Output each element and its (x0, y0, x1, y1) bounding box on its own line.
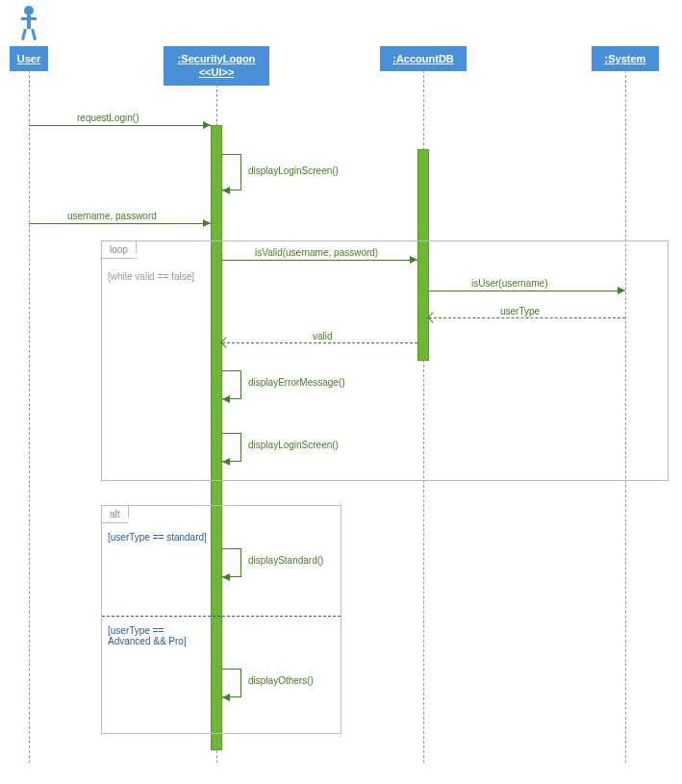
svg-rect-3 (21, 29, 27, 40)
msg-is-user-arrow (618, 287, 625, 294)
account-db-label: :AccountDB (392, 53, 454, 64)
user-label: User (17, 53, 40, 64)
msg-username-password-arrow (203, 219, 211, 227)
system-header: :System (592, 46, 659, 71)
msg-display-standard-label: displayStandard() (248, 555, 323, 566)
msg-display-error-label: displayErrorMessage() (248, 377, 345, 388)
msg-valid-label: valid (313, 331, 333, 341)
msg-display-others-label: displayOthers() (248, 675, 314, 686)
msg-display-login-screen-arrow (222, 187, 230, 194)
msg-display-others-arrow (222, 694, 230, 701)
msg-display-login-screen2-arrow (222, 458, 230, 466)
msg-display-login-screen2-label: displayLoginScreen() (248, 440, 339, 450)
loop-guard: [while valid == false] (108, 271, 194, 282)
security-logon-name: :SecurityLogon (178, 53, 256, 64)
msg-valid-line (222, 342, 417, 343)
msg-display-error-arrow (222, 395, 230, 403)
alt-divider (102, 616, 341, 617)
system-label: :System (605, 53, 646, 64)
msg-is-valid-line (222, 260, 417, 261)
msg-username-password-label: username, password (67, 211, 157, 221)
security-logon-stereo: <<UI>> (199, 66, 235, 78)
loop-fragment-label: loop (102, 241, 137, 259)
msg-is-user-line (429, 291, 625, 291)
alt-guard2: [userType == Advanced && Pro] (108, 625, 204, 646)
user-header: User (10, 46, 48, 71)
msg-is-user-label: isUser(username) (471, 278, 547, 289)
msg-request-login-arrow (203, 121, 211, 129)
user-lifeline (29, 70, 30, 763)
msg-user-type-label: userType (500, 306, 540, 316)
msg-is-valid-arrow (410, 256, 417, 264)
svg-point-0 (24, 6, 34, 15)
alt-guard1: [userType == standard] (108, 532, 207, 543)
msg-is-valid-label: isValid(username, password) (255, 247, 378, 258)
svg-rect-4 (31, 29, 37, 40)
svg-rect-2 (21, 17, 37, 20)
alt-fragment-label: alt (102, 506, 129, 523)
msg-display-login-screen-line (222, 154, 241, 190)
msg-user-type-line (429, 317, 625, 318)
account-db-header: :AccountDB (380, 46, 467, 71)
msg-request-login-label: requestLogin() (77, 113, 139, 123)
user-actor-icon (19, 5, 38, 41)
msg-request-login-line (29, 125, 211, 126)
msg-display-standard-arrow (222, 573, 230, 581)
msg-username-password-line (29, 223, 211, 224)
msg-display-login-screen-label: displayLoginScreen() (248, 165, 339, 176)
